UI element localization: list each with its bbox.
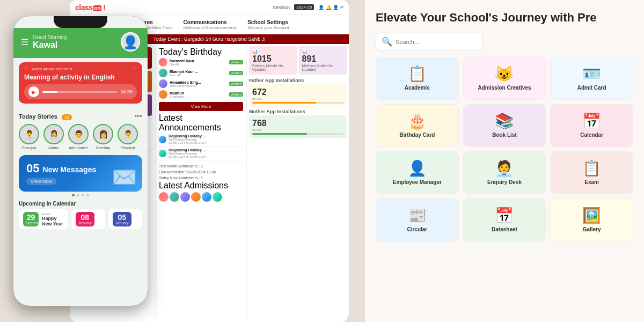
father-install-header: Father App Installations [249, 78, 347, 83]
view-more-button[interactable]: View More [159, 102, 243, 111]
feature-exam[interactable]: 📋 Exam [550, 151, 633, 194]
story-item[interactable]: 👨‍💼 Principal [19, 124, 39, 150]
birthday-list: Harmeet Kaur 8th-All Wished Ekamjot Kaur… [159, 57, 243, 100]
datesheet-label: Datesheet [492, 226, 517, 232]
session-label: Session [273, 5, 290, 10]
stories-title: Today Stories [19, 113, 57, 120]
calendar-icon: 📅 [582, 114, 601, 129]
mother-app-count: 891 [302, 54, 344, 64]
cal-item[interactable]: 08 January [71, 209, 105, 229]
mother-app-label: Mothers Mobile No. Updated [302, 64, 344, 71]
announcement-item: Regarding Holiday ... Test Announcement … [159, 147, 243, 160]
hamburger-icon[interactable]: ☰ [21, 37, 28, 47]
cal-month: January [115, 221, 129, 225]
nav-settings[interactable]: School Settings Manage your Account [247, 19, 289, 30]
cal-item[interactable]: 29 December Event Happy New Year [19, 209, 68, 229]
stat-father-app: 📊 1015 Fathers Mobile No. Updated [249, 46, 297, 75]
feature-employee-manager[interactable]: 👤 Employee Manager [376, 151, 459, 194]
search-input[interactable] [396, 39, 477, 45]
stat-mother-app: 📊 891 Mothers Mobile No. Updated [299, 46, 347, 75]
announcement-item: Regarding Holiday ... Test Announcement … [159, 133, 243, 147]
announcement-avatar [159, 150, 166, 157]
feature-gallery[interactable]: 🖼️ Gallery [550, 199, 633, 241]
audio-duration: 04:56 [120, 89, 133, 94]
birthday-title: Today's Birthday [159, 47, 243, 57]
play-button[interactable]: ▶ [28, 86, 39, 97]
book-list-icon: 📚 [495, 114, 514, 129]
story-label: Admin [48, 146, 59, 150]
feature-datesheet[interactable]: 📅 Datesheet [463, 199, 546, 241]
tablet-header: classon ! Session 2024-25 👤 🔔 👤 P [70, 0, 349, 15]
more-icon[interactable]: ••• [134, 112, 142, 120]
upcoming-title: Upcoming in Calendar [19, 201, 142, 207]
header-icons: 👤 🔔 👤 P [318, 5, 343, 10]
story-label: Principal [22, 146, 36, 150]
latest-admissions-title: Latest Admissions [159, 181, 243, 191]
envelope-icon: ✉️ [112, 165, 137, 189]
wished-badge: Wished [229, 92, 243, 97]
story-item[interactable]: 👨‍💼 Principal [118, 124, 138, 150]
datesheet-icon: 📅 [495, 208, 514, 223]
search-box[interactable]: 🔍 [376, 33, 483, 50]
circular-icon: 📰 [408, 208, 427, 223]
view-now-button[interactable]: View Now [26, 178, 56, 185]
cal-day: 05 [115, 214, 129, 221]
feature-admit-card[interactable]: 🪪 Admit Card [550, 57, 633, 100]
book-list-label: Book List [492, 132, 517, 138]
cal-item[interactable]: 05 January [108, 209, 142, 229]
mother-install-header: Mother App Installations [249, 109, 347, 114]
left-section: classon ! Session 2024-25 👤 🔔 👤 P Dashbo… [0, 0, 365, 322]
cal-event-name: Happy New Year [42, 216, 64, 226]
card-dots [13, 194, 148, 196]
birthday-card-icon: 🎂 [408, 114, 427, 129]
mother-install-percent: 26.0% [252, 128, 343, 131]
admission-creatives-label: Admission Creatives [478, 85, 531, 91]
stories-count-badge: 02 [62, 114, 72, 120]
stories-list: 👨‍💼 Principal 👩‍💼 Admin 👨 Attendance 👩 G… [19, 124, 142, 150]
story-label: Attendance [69, 146, 87, 150]
birthday-avatar [159, 69, 167, 77]
feature-book-list[interactable]: 📚 Book List [463, 104, 546, 147]
circular-label: Circular [407, 226, 427, 232]
story-label: Principal [121, 146, 135, 150]
page-title: Elevate Your School's Journey with Pre [376, 11, 597, 25]
story-item[interactable]: 👩‍💼 Admin [43, 124, 64, 150]
messages-card[interactable]: 05 New Messages View Now ✉️ [19, 155, 142, 192]
dot [72, 194, 75, 196]
birthday-avatar [159, 79, 167, 88]
birthday-item: Madhuri Employee Wished [159, 89, 243, 100]
right-header: Elevate Your School's Journey with Pre [376, 11, 633, 25]
session-badge: 2024-25 [294, 4, 314, 10]
feature-birthday-card[interactable]: 🎂 Birthday Card [376, 104, 459, 147]
messages-count: 05 New Messages [26, 162, 96, 175]
cal-day: 08 [78, 214, 92, 221]
nav-communications[interactable]: Communications Multiway of Announcements [184, 19, 237, 30]
father-install-percent: 66.2% [252, 97, 343, 100]
gallery-icon: 🖼️ [582, 208, 601, 223]
audio-player[interactable]: ▶ 04:56 [24, 84, 137, 99]
cal-date-badge: 08 January [76, 212, 94, 226]
good-morning-text: Good Morning [33, 34, 121, 40]
mother-install-count: 768 [252, 119, 343, 128]
story-item[interactable]: 👨 Attendance [68, 124, 89, 150]
nav-comm-label: Communications [184, 19, 237, 25]
birthday-card-label: Birthday Card [399, 132, 435, 138]
admit-card-icon: 🪪 [582, 67, 601, 82]
story-item[interactable]: 👩 Greeting [93, 124, 113, 150]
nav-comm-sub: Multiway of Announcements [184, 25, 237, 30]
greeting-section: Good Morning Kawal [28, 34, 121, 50]
feature-calendar[interactable]: 📅 Calendar [550, 104, 633, 147]
announcement-avatar [159, 136, 166, 143]
feature-circular[interactable]: 📰 Circular [376, 199, 459, 241]
dot [77, 194, 79, 196]
birthday-avatar [159, 90, 167, 99]
cal-date-badge: 29 December [23, 212, 39, 226]
feature-admission-creatives[interactable]: 😺 Admission Creatives [463, 57, 546, 100]
feature-academic[interactable]: 📋 Academic [376, 57, 459, 100]
feature-enquiry-desk[interactable]: 🧑‍💼 Enquiry Desk [463, 151, 546, 194]
audio-progress [42, 91, 117, 93]
voice-title: Meaning of activity in English [24, 74, 137, 81]
cal-month: January [78, 221, 92, 225]
tablet-mid-col: Today's Birthday Harmeet Kaur 8th-All Wi… [156, 44, 247, 319]
story-label: Greeting [96, 146, 111, 150]
